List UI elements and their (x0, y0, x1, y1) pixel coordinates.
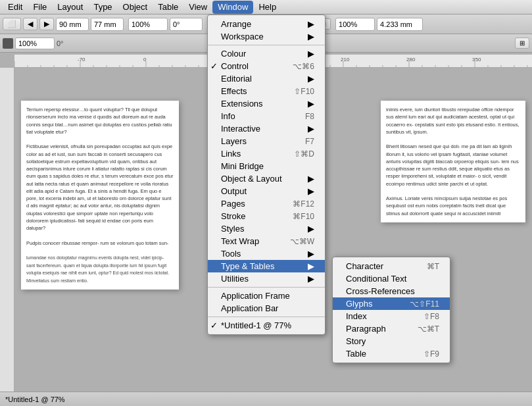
paragraph-label: Paragraph (346, 324, 386, 334)
new-icon: ⬜ (7, 20, 16, 28)
menu-table[interactable]: Table (153, 1, 183, 14)
submenu-character[interactable]: Character ⌘T (333, 260, 450, 272)
menu-stroke[interactable]: Stroke ⌘F10 (208, 210, 325, 222)
extensions-label: Extensions (221, 99, 263, 109)
menu-pages[interactable]: Pages ⌘F12 (208, 197, 325, 210)
doc-status: *Untitled-1 @ 77% (5, 395, 65, 403)
menu-object-layout[interactable]: Object & Layout ▶ (208, 172, 325, 185)
x-field[interactable]: 90 mm (56, 18, 89, 31)
view-btn[interactable]: ⊞ (515, 38, 529, 49)
type-tables-label: Type & Tables (221, 261, 274, 271)
menu-tools[interactable]: Tools ▶ (208, 247, 325, 260)
menu-workspace[interactable]: Workspace ▶ (208, 30, 325, 43)
stroke-shortcut: ⌘F10 (279, 212, 314, 221)
submenu-table[interactable]: Table ⇧F9 (333, 347, 450, 360)
menu-bar: Edit File Layout Type Object Table View … (0, 0, 532, 14)
styles-label: Styles (221, 224, 244, 234)
conditional-text-label: Conditional Text (346, 274, 406, 284)
glyphs-shortcut: ⌥⇧F11 (397, 299, 439, 309)
menu-help[interactable]: Help (253, 1, 281, 14)
editorial-label: Editorial (221, 74, 252, 84)
untitled-label: *Untitled-1 @ 77% (221, 320, 291, 330)
menu-interactive[interactable]: Interactive ▶ (208, 122, 325, 135)
untitled-check: ✓ (210, 320, 218, 330)
control-check: ✓ (210, 61, 218, 71)
submenu-paragraph[interactable]: Paragraph ⌥⌘T (333, 322, 450, 335)
type-tables-submenu: Character ⌘T Conditional Text Cross-Refe… (332, 257, 450, 363)
menu-object[interactable]: Object (118, 1, 153, 14)
value-field[interactable]: 4.233 mm (377, 18, 423, 31)
extensions-arrow: ▶ (295, 99, 314, 109)
menu-application-bar[interactable]: Application Bar (208, 302, 325, 315)
menu-colour[interactable]: Colour ▶ (208, 47, 325, 60)
tools-label: Tools (221, 249, 241, 259)
paragraph-shortcut: ⌥⌘T (404, 324, 439, 334)
menu-type-tables[interactable]: Type & Tables ▶ (208, 260, 325, 272)
rotation-field[interactable]: 0° (170, 18, 203, 31)
submenu-conditional-text[interactable]: Conditional Text (333, 272, 450, 285)
glyphs-label: Glyphs (346, 299, 372, 309)
separator-3 (208, 317, 325, 317)
menu-file[interactable]: File (28, 1, 52, 14)
submenu-cross-references[interactable]: Cross-References (333, 285, 450, 297)
menu-mini-bridge[interactable]: Mini Bridge (208, 160, 325, 172)
table-label: Table (346, 349, 366, 359)
zoom-field2[interactable]: 100% (15, 38, 55, 49)
submenu-story[interactable]: Story (333, 335, 450, 347)
styles-arrow: ▶ (295, 224, 314, 234)
submenu-index[interactable]: Index ⇧F8 (333, 310, 450, 322)
menu-extensions[interactable]: Extensions ▶ (208, 97, 325, 110)
pages-label: Pages (221, 199, 245, 209)
links-shortcut: ⇧⌘D (281, 149, 314, 159)
info-label: Info (221, 111, 235, 121)
arrange-label: Arrange (221, 19, 251, 29)
character-label: Character (346, 261, 383, 271)
menu-control[interactable]: ✓ Control ⌥⌘6 (208, 60, 325, 72)
menu-output[interactable]: Output ▶ (208, 185, 325, 197)
colour-label: Colour (221, 49, 246, 59)
index-shortcut: ⇧F8 (410, 312, 439, 321)
output-label: Output (221, 186, 247, 196)
nav-right[interactable]: ▶ (39, 18, 54, 30)
separator-2 (208, 287, 325, 288)
color-swatch[interactable] (3, 38, 13, 49)
menu-edit[interactable]: Edit (3, 1, 28, 14)
submenu-glyphs[interactable]: Glyphs ⌥⇧F11 (333, 297, 450, 310)
text-wrap-shortcut: ⌥⌘W (277, 237, 314, 246)
object-layout-label: Object & Layout (221, 174, 282, 184)
menu-styles[interactable]: Styles ▶ (208, 222, 325, 235)
zoom-field[interactable]: 100% (128, 18, 168, 31)
separator-1 (208, 45, 325, 45)
menu-application-frame[interactable]: Application Frame (208, 290, 325, 302)
new-btn[interactable]: ⬜ (3, 18, 21, 30)
effects-shortcut: ⇧F10 (281, 87, 314, 96)
menu-arrange[interactable]: Arrange ▶ (208, 18, 325, 30)
status-bar: *Untitled-1 @ 77% (0, 392, 532, 406)
workspace-arrow: ▶ (295, 32, 314, 41)
window-menu: Arrange ▶ Workspace ▶ Colour ▶ ✓ Control… (207, 14, 326, 335)
menu-layout[interactable]: Layout (52, 1, 88, 14)
menu-text-wrap[interactable]: Text Wrap ⌥⌘W (208, 235, 325, 247)
arrange-arrow: ▶ (295, 19, 314, 29)
menu-layers[interactable]: Layers F7 (208, 135, 325, 147)
layers-label: Layers (221, 136, 247, 146)
percentage-field[interactable]: 100% (335, 18, 375, 31)
menu-info[interactable]: Info F8 (208, 110, 325, 122)
editorial-arrow: ▶ (295, 74, 314, 84)
arrow-left-icon: ◀ (28, 20, 33, 28)
menu-utilities[interactable]: Utilities ▶ (208, 272, 325, 285)
menu-untitled[interactable]: ✓ *Untitled-1 @ 77% (208, 319, 325, 332)
menu-links[interactable]: Links ⇧⌘D (208, 147, 325, 160)
menu-view[interactable]: View (183, 1, 212, 14)
menu-effects[interactable]: Effects ⇧F10 (208, 85, 325, 97)
menu-window[interactable]: Window (212, 1, 253, 14)
table-shortcut: ⇧F9 (410, 349, 439, 359)
control-shortcut: ⌥⌘6 (279, 62, 314, 71)
menu-type[interactable]: Type (88, 1, 117, 14)
menu-editorial[interactable]: Editorial ▶ (208, 72, 325, 85)
y-field[interactable]: 77 mm (91, 18, 124, 31)
interactive-label: Interactive (221, 124, 260, 134)
layers-shortcut: F7 (292, 137, 314, 146)
nav-left[interactable]: ◀ (23, 18, 37, 30)
doc-text-right: iniinis evere, ium diuntori tibusto rere… (381, 101, 525, 222)
